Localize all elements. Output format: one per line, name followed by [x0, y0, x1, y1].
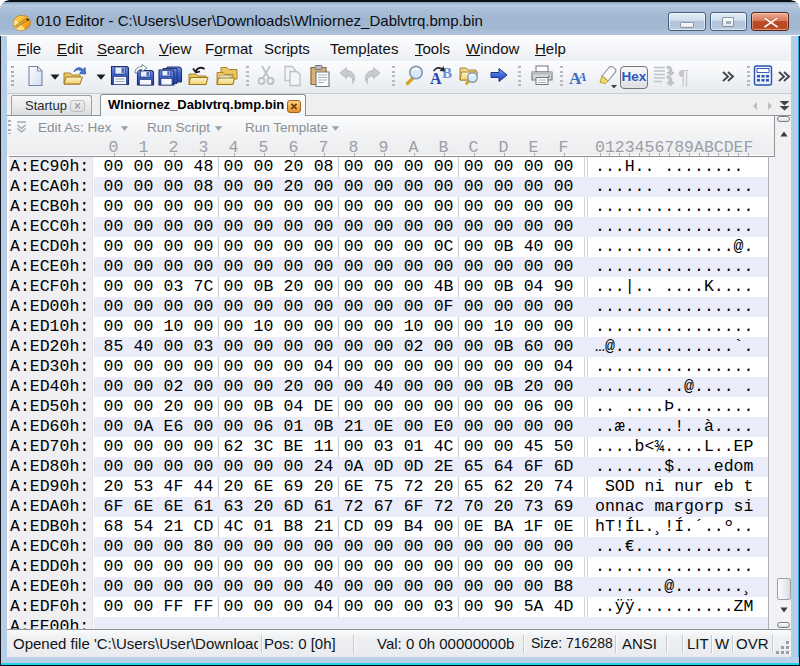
- svg-text:A: A: [577, 69, 587, 84]
- svg-text:A: A: [430, 70, 442, 87]
